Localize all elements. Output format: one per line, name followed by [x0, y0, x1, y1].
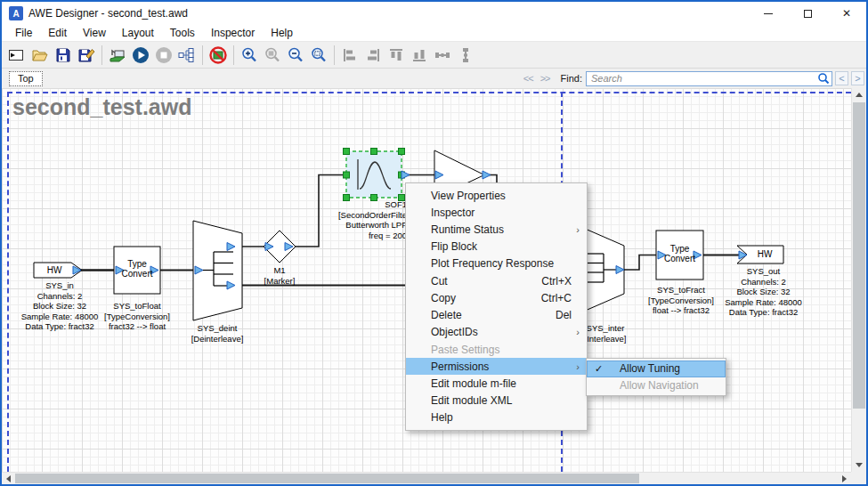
menu-item-label: Copy — [431, 292, 456, 304]
build-target-button[interactable] — [106, 44, 129, 67]
toolbar-separator — [202, 45, 203, 65]
menu-item-label: Delete — [431, 309, 462, 321]
menu-item-copy[interactable]: CopyCtrl+C — [406, 289, 587, 306]
menu-item-inspector[interactable]: Inspector — [406, 204, 587, 221]
menu-edit[interactable]: Edit — [40, 25, 75, 41]
caption-line: M1 — [244, 265, 315, 276]
menu-item-label: Inspector — [431, 207, 475, 219]
menu-item-flip-block[interactable]: Flip Block — [406, 239, 587, 255]
find-previous-button[interactable]: < — [835, 71, 848, 85]
vertical-scrollbar-thumb[interactable] — [853, 102, 865, 409]
align-right-button[interactable] — [361, 44, 385, 67]
search-input[interactable] — [586, 71, 832, 86]
label-line: Convert — [658, 254, 702, 263]
app-window: A AWE Designer - second_test.awd ✕ File … — [0, 0, 868, 486]
caption-line: [Deinterleave] — [174, 334, 260, 344]
menu-item-cut[interactable]: CutCtrl+X — [406, 272, 587, 289]
checkmark-icon: ✓ — [595, 363, 603, 375]
caption-line: SYS_deint — [174, 323, 260, 334]
horizontal-scrollbar[interactable] — [2, 472, 851, 484]
menu-item-help[interactable]: Help — [406, 409, 587, 426]
minimize-button[interactable] — [749, 2, 788, 25]
menu-item-objectids[interactable]: ObjectIDs› — [406, 324, 587, 341]
caption-line: Data Type: fract32 — [15, 321, 104, 332]
maximize-button[interactable] — [788, 2, 827, 25]
menu-file[interactable]: File — [7, 25, 40, 41]
permissions-submenu: ✓ Allow Tuning Allow Navigation — [586, 358, 726, 396]
submenu-arrow-icon: › — [576, 224, 580, 235]
align-left-button[interactable] — [338, 44, 361, 67]
caption-line: fract32 --> float — [94, 321, 180, 332]
menu-item-paste-settings: Paste Settings — [406, 341, 587, 358]
distribute-horizontal-button[interactable] — [431, 44, 454, 67]
history-forward-button[interactable]: >> — [537, 72, 554, 85]
open-file-button[interactable] — [28, 44, 52, 67]
save-button[interactable] — [52, 44, 75, 67]
design-canvas[interactable]: second_test.awd — [2, 88, 851, 472]
menu-item-label: Allow Navigation — [620, 379, 699, 392]
submenu-arrow-icon: › — [576, 327, 580, 337]
play-button[interactable] — [129, 44, 152, 67]
find-next-button[interactable]: > — [851, 71, 864, 85]
zoom-in-button[interactable] — [238, 44, 261, 67]
propagate-changes-button[interactable] — [175, 44, 199, 67]
menu-item-label: Edit module XML — [431, 394, 512, 407]
save-as-button[interactable] — [75, 44, 98, 67]
sys-deint-caption: SYS_deint [Deinterleave] — [174, 323, 260, 344]
new-design-button[interactable] — [5, 44, 28, 67]
menu-item-permissions[interactable]: Permissions› — [406, 358, 587, 375]
caption-line: float --> fract32 — [637, 305, 726, 316]
caption-line: Data Type: fract32 — [717, 307, 810, 318]
submenu-arrow-icon: › — [576, 361, 580, 372]
menu-item-label: View Properties — [431, 190, 506, 202]
up-arrow-icon — [856, 93, 863, 97]
zoom-region-button[interactable] — [307, 44, 330, 67]
stop-button[interactable] — [152, 44, 175, 67]
find-label: Find: — [561, 73, 582, 84]
submenu-item-allow-tuning[interactable]: ✓ Allow Tuning — [587, 360, 726, 377]
zoom-out-button[interactable] — [284, 44, 307, 67]
caption-line: Block Size: 32 — [15, 301, 104, 312]
menu-item-delete[interactable]: DeleteDel — [406, 307, 587, 324]
tab-top[interactable]: Top — [9, 71, 43, 86]
label-line: Convert — [116, 269, 158, 279]
maximize-icon — [804, 10, 812, 18]
toolbar-separator — [334, 45, 335, 65]
caption-line: Sample Rate: 48000 — [717, 297, 810, 308]
menu-layout[interactable]: Layout — [114, 25, 162, 41]
menu-item-label: Cut — [431, 275, 448, 288]
scroll-right-button[interactable] — [838, 473, 851, 484]
menu-view[interactable]: View — [75, 25, 114, 41]
menu-item-edit-module-m-file[interactable]: Edit module m-file — [406, 375, 587, 392]
zoom-normal-button[interactable] — [261, 44, 284, 67]
down-arrow-icon — [856, 463, 863, 467]
scroll-left-button[interactable] — [2, 473, 15, 484]
menu-tools[interactable]: Tools — [162, 25, 203, 41]
menu-inspector[interactable]: Inspector — [203, 25, 263, 41]
menu-item-label: Plot Frequency Response — [431, 257, 554, 270]
scroll-up-button[interactable] — [852, 88, 866, 101]
menu-shortcut: Del — [556, 309, 572, 321]
distribute-vertical-button[interactable] — [454, 44, 477, 67]
block-sof1[interactable] — [346, 151, 402, 198]
caption-line: SYS_out — [717, 266, 810, 277]
vertical-scrollbar[interactable] — [851, 88, 866, 472]
menu-item-runtime-status[interactable]: Runtime Status› — [406, 221, 587, 238]
horizontal-scrollbar-thumb[interactable] — [15, 474, 639, 483]
menu-item-edit-module-xml[interactable]: Edit module XML — [406, 393, 587, 409]
scroll-down-button[interactable] — [852, 458, 866, 472]
menu-item-label: ObjectIDs — [431, 326, 478, 338]
align-top-button[interactable] — [385, 44, 408, 67]
close-button[interactable]: ✕ — [827, 2, 866, 25]
menu-item-view-properties[interactable]: View Properties — [406, 187, 587, 204]
align-bottom-button[interactable] — [408, 44, 431, 67]
caption-line: SYS_in — [15, 280, 104, 291]
no-hardware-button[interactable] — [207, 44, 230, 67]
toolbar — [2, 42, 866, 69]
minimize-icon — [764, 13, 773, 14]
menu-item-plot-frequency-response[interactable]: Plot Frequency Response — [406, 255, 587, 272]
menu-help[interactable]: Help — [263, 25, 301, 41]
sys-in-label: HW — [36, 265, 73, 275]
history-back-button[interactable]: << — [520, 72, 537, 85]
caption-line: [SecondOrderFilte — [304, 210, 407, 221]
